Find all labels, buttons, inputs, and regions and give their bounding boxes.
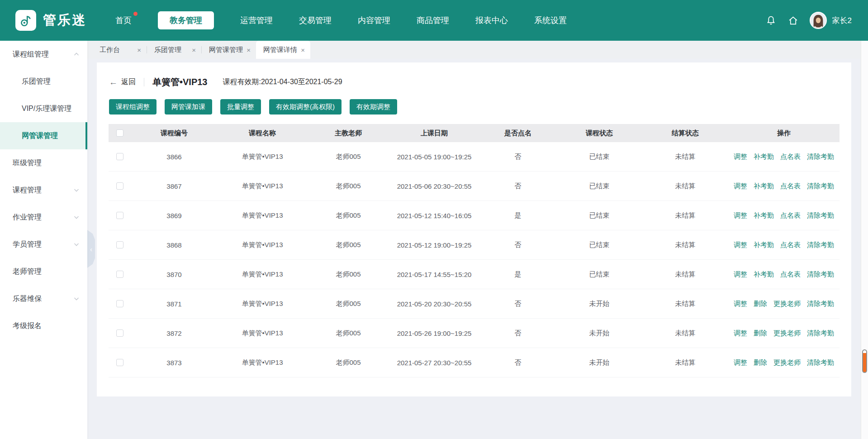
row-checkbox[interactable]	[116, 182, 123, 190]
delete-link[interactable]: 删除	[754, 329, 767, 338]
nav-item-home[interactable]: 首页	[115, 11, 132, 29]
row-checkbox[interactable]	[116, 153, 123, 160]
nav-item-goods-mgmt[interactable]: 商品管理	[417, 11, 449, 29]
notifications-button[interactable]	[765, 15, 777, 26]
delete-link[interactable]: 删除	[754, 358, 767, 367]
sidebar-item-online-course-mgmt[interactable]: 网管课管理	[0, 122, 87, 149]
sidebar-item-student-mgmt[interactable]: 学员管理	[0, 231, 87, 258]
row-actions: 调整补考勤点名表清除考勤	[728, 153, 840, 161]
cell-date: 2021-05-12 15:40~16:05	[389, 212, 479, 220]
clear-attendance-link[interactable]: 清除考勤	[807, 211, 834, 220]
delete-link[interactable]: 删除	[754, 300, 767, 308]
tab-online-course-detail[interactable]: 网管课详情×	[256, 41, 310, 59]
adjust-link[interactable]: 调整	[734, 211, 747, 220]
row-checkbox[interactable]	[116, 271, 123, 278]
row-actions: 调整删除更换老师清除考勤	[728, 329, 840, 338]
sidebar-item-vip-theory-course-mgmt[interactable]: VIP/乐理课管理	[0, 95, 87, 122]
adjust-link[interactable]: 调整	[734, 300, 747, 308]
cell-status: 已结束	[556, 182, 642, 191]
cell-date: 2021-05-05 19:00~19:25	[389, 153, 479, 161]
row-checkbox[interactable]	[116, 241, 123, 248]
sidebar-item-exam-registration[interactable]: 考级报名	[0, 312, 87, 339]
clear-attendance-link[interactable]: 清除考勤	[807, 270, 834, 279]
sidebar-item-instrument-maintenance[interactable]: 乐器维保	[0, 285, 87, 312]
clear-attendance-link[interactable]: 清除考勤	[807, 358, 834, 367]
adjust-link[interactable]: 调整	[734, 329, 747, 338]
user-avatar[interactable]	[810, 12, 827, 29]
rollcall-sheet-link[interactable]: 点名表	[780, 241, 801, 249]
nav-item-system-settings[interactable]: 系统设置	[534, 11, 567, 29]
sidebar-item-course-group-mgmt[interactable]: 课程组管理	[0, 41, 87, 68]
rollcall-sheet-link[interactable]: 点名表	[780, 270, 801, 279]
change-teacher-link[interactable]: 更换老师	[773, 300, 801, 308]
adjust-link[interactable]: 调整	[734, 358, 747, 367]
nav-item-academic-mgmt[interactable]: 教务管理	[158, 11, 214, 29]
tab-workbench[interactable]: 工作台×	[92, 41, 147, 59]
sidebar-item-orchestra-mgmt[interactable]: 乐团管理	[0, 68, 87, 95]
cell-id: 3867	[131, 182, 217, 190]
course-validity: 课程有效期:2021-04-30至2021-05-29	[223, 77, 342, 87]
column-header: 操作	[728, 129, 840, 138]
clear-attendance-link[interactable]: 清除考勤	[807, 182, 834, 191]
sidebar-item-class-mgmt[interactable]: 班级管理	[0, 149, 87, 177]
nav-item-operations-mgmt[interactable]: 运营管理	[240, 11, 273, 29]
tab-online-course-mgmt[interactable]: 网管课管理×	[202, 41, 256, 59]
tab-close-icon[interactable]: ×	[137, 46, 141, 54]
makeup-attendance-link[interactable]: 补考勤	[754, 241, 774, 249]
cell-id: 3869	[131, 212, 217, 220]
tab-close-icon[interactable]: ×	[301, 46, 305, 54]
cell-id: 3873	[131, 359, 217, 367]
rollcall-sheet-link[interactable]: 点名表	[780, 211, 801, 220]
makeup-attendance-link[interactable]: 补考勤	[754, 211, 774, 220]
sidebar-item-homework-mgmt[interactable]: 作业管理	[0, 204, 87, 231]
cell-rollcall: 否	[479, 241, 556, 249]
table-row: 3867单簧管•VIP13老师0052021-05-06 20:30~20:55…	[109, 172, 840, 201]
validity-adjust-button[interactable]: 有效期调整	[350, 99, 397, 115]
adjust-link[interactable]: 调整	[734, 270, 747, 279]
back-arrow-icon[interactable]: ←	[109, 77, 118, 87]
clear-attendance-link[interactable]: 清除考勤	[807, 241, 834, 249]
adjust-link[interactable]: 调整	[734, 153, 747, 161]
clear-attendance-link[interactable]: 清除考勤	[807, 153, 834, 161]
nav-item-report-center[interactable]: 报表中心	[475, 11, 508, 29]
clear-attendance-link[interactable]: 清除考勤	[807, 300, 834, 308]
validity-adjust-high-privilege-button[interactable]: 有效期调整(高权限)	[269, 99, 342, 115]
course-group-adjust-button[interactable]: 课程组调整	[109, 99, 157, 115]
vertical-scrollbar-track[interactable]	[861, 41, 868, 439]
adjust-link[interactable]: 调整	[734, 182, 747, 191]
batch-adjust-button[interactable]: 批量调整	[220, 99, 261, 115]
sidebar-item-label: 网管课管理	[22, 131, 58, 141]
sidebar-item-course-mgmt[interactable]: 课程管理	[0, 177, 87, 204]
row-checkbox[interactable]	[116, 359, 123, 366]
rollcall-sheet-link[interactable]: 点名表	[780, 182, 801, 191]
makeup-attendance-link[interactable]: 补考勤	[754, 270, 774, 279]
tab-label: 网管课详情	[263, 46, 297, 54]
makeup-attendance-link[interactable]: 补考勤	[754, 182, 774, 191]
makeup-attendance-link[interactable]: 补考勤	[754, 153, 774, 161]
tab-orchestra-mgmt[interactable]: 乐团管理×	[147, 41, 201, 59]
clear-attendance-link[interactable]: 清除考勤	[807, 329, 834, 338]
vertical-scrollbar-thumb[interactable]	[862, 349, 867, 373]
column-header: 课程状态	[556, 129, 642, 138]
tab-close-icon[interactable]: ×	[247, 46, 251, 54]
home-button[interactable]	[787, 15, 799, 26]
user-name[interactable]: 家长2	[832, 15, 852, 26]
rollcall-sheet-link[interactable]: 点名表	[780, 153, 801, 161]
row-checkbox[interactable]	[116, 300, 123, 307]
sidebar-item-teacher-mgmt[interactable]: 老师管理	[0, 258, 87, 285]
tab-close-icon[interactable]: ×	[192, 46, 196, 54]
sidebar-item-label: 乐团管理	[22, 77, 51, 86]
change-teacher-link[interactable]: 更换老师	[773, 358, 801, 367]
change-teacher-link[interactable]: 更换老师	[773, 329, 801, 338]
add-online-course-button[interactable]: 网管课加课	[165, 99, 212, 115]
cell-name: 单簧管•VIP13	[217, 358, 308, 367]
nav-item-trade-mgmt[interactable]: 交易管理	[299, 11, 332, 29]
select-all-checkbox[interactable]	[116, 129, 123, 137]
row-checkbox[interactable]	[116, 329, 123, 337]
cell-rollcall: 否	[479, 300, 556, 308]
nav-item-content-mgmt[interactable]: 内容管理	[358, 11, 390, 29]
back-button[interactable]: 返回	[121, 77, 136, 87]
row-checkbox[interactable]	[116, 212, 123, 219]
adjust-link[interactable]: 调整	[734, 241, 747, 249]
cell-date: 2021-05-12 19:00~19:25	[389, 241, 479, 249]
